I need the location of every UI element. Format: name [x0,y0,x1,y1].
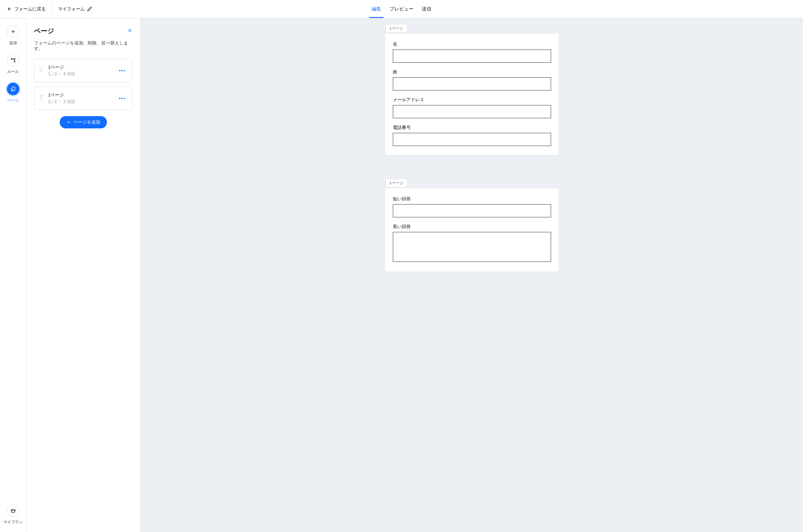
phone-input[interactable] [393,133,551,146]
drag-handle[interactable] [40,95,44,102]
form-field: 長い回答 [393,224,551,263]
header-left: フォームに戻る マイフォーム [7,5,92,13]
form-section[interactable]: 短い回答 長い回答 [385,188,559,272]
header-divider [52,5,52,13]
tab-send[interactable]: 送信 [418,0,436,18]
rail-add-label: 追加 [9,40,17,46]
rail-pages[interactable]: ページ [7,83,19,103]
page-card-menu-button[interactable]: ••• [118,67,127,75]
pages-sidebar: ページ フォームのページを追加、削除、並べ替えします。 1ページ 1／2 ・ 4… [26,18,140,532]
svg-point-1 [14,58,15,59]
field-label-lastname: 姓 [393,69,551,75]
branch-icon [11,58,16,63]
arrow-left-icon [7,6,12,11]
firstname-input[interactable] [393,50,551,63]
form-page-block: 1ページ 短い回答 長い回答 [385,179,559,272]
canvas-inner: 1ページ 名 姓 メールアドレス 電話番号 [385,24,559,272]
form-field: メールアドレス [393,97,551,118]
rail-myplan[interactable]: マイプラン [3,505,23,525]
form-title-group: マイフォーム [58,6,92,12]
left-rail: 追加 ルール ページ [0,18,26,532]
form-section[interactable]: 名 姓 メールアドレス 電話番号 [385,34,559,155]
page-card-title: 1ページ [48,64,113,70]
rail-myplan-label: マイプラン [3,519,23,525]
close-icon [127,28,133,33]
sidebar-title: ページ [34,26,54,36]
ellipsis-icon: ••• [119,68,126,73]
email-input[interactable] [393,105,551,118]
rail-pages-circle [7,83,19,95]
tab-edit[interactable]: 編集 [367,0,385,18]
pages-icon [11,86,16,92]
sidebar-description: フォームのページを追加、削除、並べ替えします。 [34,40,133,52]
rail-rules-label: ルール [7,69,19,74]
page-label-tag: 1ページ [386,179,407,187]
field-label-email: メールアドレス [393,97,551,103]
rail-add-circle [7,25,19,38]
rail-myplan-circle [7,505,19,517]
page-card-content: 1ページ 1／2 ・ 4 項目 [48,64,113,77]
svg-rect-3 [12,87,15,90]
rail-rules-circle [7,54,19,66]
field-label-phone: 電話番号 [393,125,551,131]
main-layout: 追加 ルール ページ [0,18,803,532]
back-to-forms-link[interactable]: フォームに戻る [7,6,46,12]
svg-point-2 [14,61,15,62]
drag-handle[interactable] [40,68,44,74]
field-label-firstname: 名 [393,41,551,47]
page-card[interactable]: 1ページ 2／2 ・ 2 項目 ••• [34,87,133,110]
edit-title-button[interactable] [87,6,92,11]
crown-icon [11,508,16,513]
form-canvas: 1ページ 名 姓 メールアドレス 電話番号 [140,18,803,532]
form-field: 短い回答 [393,196,551,217]
field-label-longanswer: 長い回答 [393,224,551,230]
rail-add[interactable]: 追加 [7,25,19,46]
pencil-icon [87,6,92,11]
page-card-meta: 2／2 ・ 2 項目 [48,99,113,104]
sidebar-header: ページ [34,26,133,36]
back-label: フォームに戻る [14,6,46,12]
header-tabs: 編集 プレビュー 送信 [367,0,436,18]
svg-point-0 [11,58,12,59]
field-label-shortanswer: 短い回答 [393,196,551,202]
form-field: 電話番号 [393,125,551,146]
page-card-title: 1ページ [48,92,113,98]
form-title: マイフォーム [58,6,85,12]
rail-rules[interactable]: ルール [7,54,19,74]
page-card-content: 1ページ 2／2 ・ 2 項目 [48,92,113,104]
lastname-input[interactable] [393,77,551,91]
longanswer-textarea[interactable] [393,232,551,262]
tab-preview[interactable]: プレビュー [385,0,418,18]
page-card-menu-button[interactable]: ••• [118,95,127,102]
add-page-button[interactable]: ＋ ページを追加 [60,116,107,128]
plus-icon [11,29,16,34]
form-page-block: 1ページ 名 姓 メールアドレス 電話番号 [385,24,559,155]
plus-icon: ＋ [66,119,71,126]
add-page-label: ページを追加 [73,119,100,125]
ellipsis-icon: ••• [119,96,126,101]
page-card[interactable]: 1ページ 1／2 ・ 4 項目 ••• [34,59,133,82]
form-field: 姓 [393,69,551,91]
app-header: フォームに戻る マイフォーム 編集 プレビュー 送信 [0,0,803,18]
rail-pages-label: ページ [7,98,19,103]
page-label-tag: 1ページ [386,24,407,33]
shortanswer-input[interactable] [393,204,551,217]
form-field: 名 [393,41,551,63]
page-card-meta: 1／2 ・ 4 項目 [48,71,113,77]
close-sidebar-button[interactable] [127,28,133,35]
